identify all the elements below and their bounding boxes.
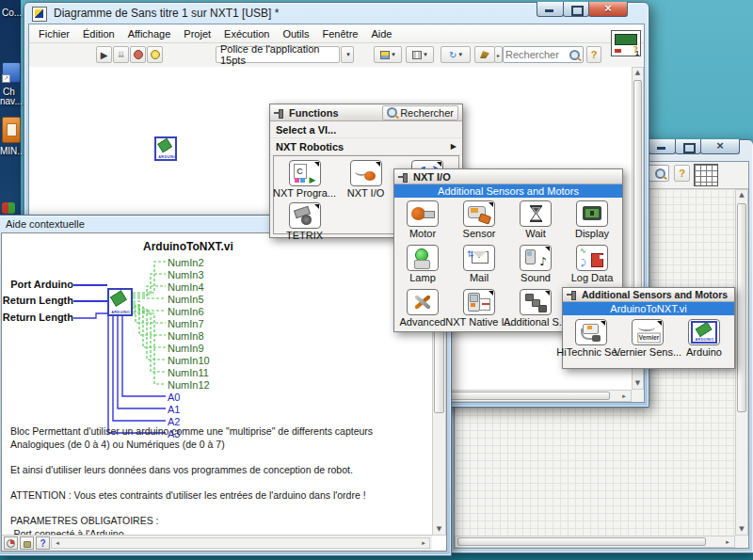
palette-cell-sound[interactable]: ♪ Sound: [507, 245, 564, 283]
search-field[interactable]: [503, 46, 584, 63]
menu-item-affichage[interactable]: Affichage: [121, 26, 178, 41]
desktop-icon-label[interactable]: Co...: [2, 8, 22, 18]
menu-item-projet[interactable]: Projet: [177, 26, 217, 41]
palette-item-label: Advanced: [400, 316, 446, 328]
scroll-down-arrow[interactable]: ▼: [633, 380, 643, 387]
vernier-logo: Vernier: [637, 333, 660, 344]
menu-item-edition[interactable]: Édition: [76, 26, 121, 41]
menu-item-aide[interactable]: Aide: [364, 26, 398, 41]
scroll-right-arrow[interactable]: ▸: [723, 539, 732, 546]
scrollbar-thumb[interactable]: [457, 537, 706, 546]
description-line: PARAMETRES OBLIGATOIRES :: [10, 515, 428, 528]
maximize-button[interactable]: [675, 139, 701, 154]
palette-cell-motor[interactable]: Motor: [394, 200, 451, 239]
pin-label: NumIn12: [168, 379, 210, 391]
menu-item-outils[interactable]: Outils: [276, 26, 315, 41]
palette-cell-sensor[interactable]: Sensor: [451, 200, 507, 239]
pin-label-return-length: Return Length: [2, 295, 73, 306]
pin-label-return-length: Return Length: [2, 312, 73, 323]
lock-button[interactable]: [20, 536, 34, 550]
pin-icon[interactable]: [567, 290, 578, 299]
menu-item-fenetre[interactable]: Fenêtre: [316, 26, 365, 41]
search-icon: [569, 50, 580, 60]
arduino-label: ARDUINO: [112, 311, 129, 314]
menu-item-execution[interactable]: Exécution: [217, 26, 276, 41]
scroll-left-arrow[interactable]: ◂: [54, 540, 61, 547]
desktop-icon-label[interactable]: MIN...: [0, 146, 25, 156]
desktop-icon-folder[interactable]: [2, 117, 21, 143]
cleanup-diagram-button[interactable]: [474, 46, 495, 63]
palette-cell-tetrix[interactable]: TETRIX: [274, 202, 335, 241]
vi-icon[interactable]: ? 1: [611, 30, 641, 56]
arduino-board-icon: [157, 138, 172, 153]
scroll-right-arrow[interactable]: ▸: [619, 393, 629, 400]
palette-item-label: Mail: [470, 272, 489, 283]
distribute-objects-button[interactable]: [406, 46, 434, 63]
palette-cell-nxt-program[interactable]: C ▶ NXT Progra...: [274, 160, 335, 199]
window-title: Diagramme de Sans titre 1 sur NXT1 [USB]…: [54, 7, 279, 20]
palette-search-button[interactable]: Rechercher: [382, 105, 458, 120]
scroll-right-arrow[interactable]: ▸: [420, 540, 427, 547]
align-objects-button[interactable]: [374, 46, 402, 63]
help-horizontal-scrollbar[interactable]: ◂ ▸: [51, 537, 430, 549]
font-selector[interactable]: Police de l'application 15pts: [216, 46, 340, 63]
additional-banner[interactable]: ArduinoToNXT.vi: [563, 302, 734, 315]
palette-item-label: Lamp: [409, 272, 436, 283]
palette-cell-log-data[interactable]: ∿ ⤸ Log Data: [564, 245, 620, 283]
additional-palette-titlebar[interactable]: Additional Sensors and Motors: [563, 288, 734, 302]
scroll-up-arrow[interactable]: ▲: [633, 70, 643, 76]
close-button[interactable]: [700, 139, 740, 154]
fp-vertical-scrollbar[interactable]: ▲ ▼: [735, 189, 748, 536]
close-button[interactable]: [588, 2, 628, 17]
run-continuous-button[interactable]: ⇊: [113, 46, 129, 63]
reorder-button[interactable]: ↻: [441, 46, 471, 63]
context-help-window[interactable]: Aide contextuelle ArduinoToNXT.vi: [0, 215, 452, 556]
scrollbar-thumb[interactable]: [737, 203, 746, 412]
align-grid-icon[interactable]: [694, 164, 718, 186]
palette-cell-mail[interactable]: ⇅ Mail: [451, 245, 507, 283]
run-button[interactable]: ▶: [96, 46, 112, 63]
desktop-icon-label[interactable]: nav...: [0, 96, 23, 106]
help-small-button[interactable]: ?: [36, 536, 50, 550]
nxtio-banner[interactable]: Additional Sensors and Motors: [394, 184, 622, 198]
menu-item-fichier[interactable]: Fichier: [32, 26, 76, 41]
palette-cell-hitechnic[interactable]: HiTechnic Se...: [563, 319, 619, 358]
palette-cell-nxt-native[interactable]: NXT Native I...: [451, 289, 507, 328]
minimize-button[interactable]: [537, 2, 564, 17]
fp-horizontal-scrollbar[interactable]: ▸: [455, 536, 735, 548]
scroll-down-arrow[interactable]: ▼: [433, 526, 445, 533]
meter-button[interactable]: [4, 536, 18, 550]
palette-cell-wait[interactable]: Wait: [507, 200, 564, 239]
palette-cell-lamp[interactable]: Lamp: [394, 245, 451, 283]
pin-icon[interactable]: [274, 108, 285, 118]
fp-help-button[interactable]: ?: [674, 165, 690, 182]
palette-cell-additional-sensors[interactable]: Additional S...: [507, 289, 564, 328]
desktop-icon-partial[interactable]: [2, 202, 15, 214]
search-input[interactable]: [504, 49, 569, 60]
palette-item-nxt-robotics[interactable]: NXT Robotics ▶: [270, 138, 462, 155]
palette-cell-arduino[interactable]: ARDUINO Arduino: [676, 319, 732, 358]
search-scope-button[interactable]: ▸: [494, 46, 503, 63]
font-selector-dropdown[interactable]: [341, 46, 354, 63]
additional-palette[interactable]: Additional Sensors and Motors ArduinoToN…: [562, 287, 735, 369]
palette-item-select-vi[interactable]: Select a VI...: [270, 121, 462, 138]
palette-cell-nxt-io[interactable]: NXT I/O: [335, 160, 396, 199]
desktop-icon-app[interactable]: ↗: [2, 62, 21, 83]
help-button[interactable]: ?: [586, 46, 601, 63]
palette-cell-advanced[interactable]: Advanced: [394, 289, 451, 328]
pin-icon[interactable]: [398, 172, 409, 182]
palette-cell-vernier[interactable]: Vernier Vernier Sens...: [619, 319, 676, 358]
pin-label: A0: [168, 392, 180, 403]
functions-palette-titlebar[interactable]: Functions Rechercher: [270, 104, 462, 121]
scrollbar-thumb[interactable]: [633, 80, 642, 307]
highlight-execution-button[interactable]: [147, 46, 163, 63]
nxtio-palette-titlebar[interactable]: NXT I/O: [394, 169, 622, 184]
scroll-up-arrow[interactable]: ▲: [736, 192, 747, 199]
minimize-button[interactable]: [649, 139, 676, 154]
palette-cell-display[interactable]: Display: [564, 200, 620, 239]
scroll-down-arrow[interactable]: ▼: [736, 526, 747, 533]
abort-button[interactable]: [130, 46, 146, 63]
help-description: Bloc Permettant d'utiliser un arduino co…: [10, 425, 428, 536]
arduino-vi-node[interactable]: ARDUINO: [154, 136, 177, 161]
maximize-button[interactable]: [563, 2, 589, 17]
